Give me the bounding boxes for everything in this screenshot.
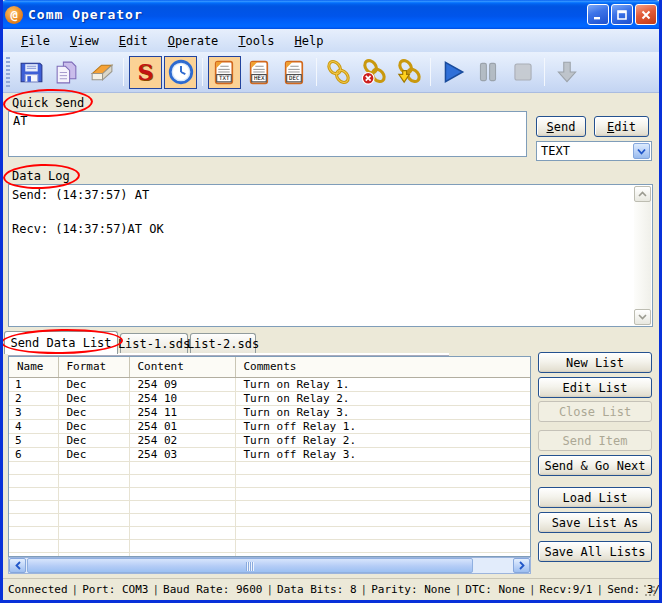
download-icon bbox=[550, 56, 583, 89]
cell-name: 4 bbox=[9, 419, 58, 433]
status-connection: Connected bbox=[8, 583, 68, 596]
titlebar[interactable]: @ Comm Operator bbox=[0, 0, 662, 29]
tab-list-2[interactable]: List-2.sds bbox=[190, 333, 256, 354]
save-all-lists-button[interactable]: Save All Lists bbox=[538, 541, 652, 562]
scrollbar-thumb[interactable] bbox=[27, 558, 473, 573]
cell-comments: Turn off Relay 1. bbox=[235, 419, 530, 433]
status-dtc: DTC: None bbox=[465, 583, 525, 596]
load-list-button[interactable]: Load List bbox=[538, 487, 652, 508]
menu-view[interactable]: View bbox=[62, 32, 107, 50]
pause-icon bbox=[471, 56, 504, 89]
menu-edit[interactable]: Edit bbox=[111, 32, 156, 50]
cell-comments: Turn on Relay 2. bbox=[235, 391, 530, 405]
status-separator: | bbox=[72, 583, 79, 596]
hex-format-icon[interactable]: HEX bbox=[243, 56, 276, 89]
table-empty-row bbox=[9, 474, 530, 487]
table-empty-row bbox=[9, 500, 530, 513]
table-row[interactable]: 3Dec254 11Turn on Relay 3. bbox=[9, 405, 530, 419]
quick-send-label: Quick Send bbox=[12, 96, 84, 110]
cell-format: Dec bbox=[58, 447, 129, 461]
close-icon bbox=[640, 9, 652, 21]
table-horizontal-scrollbar[interactable] bbox=[8, 557, 531, 574]
data-log-scrollbar[interactable] bbox=[634, 186, 651, 325]
dec-format-icon[interactable]: DEC bbox=[278, 56, 311, 89]
maximize-button[interactable] bbox=[611, 4, 633, 25]
table-row[interactable]: 6Dec254 03Turn off Relay 3. bbox=[9, 447, 530, 461]
text-format-icon[interactable]: TXT bbox=[208, 56, 241, 89]
cell-comments: Turn on Relay 3. bbox=[235, 405, 530, 419]
cell-content: 254 03 bbox=[129, 447, 235, 461]
column-header-format[interactable]: Format bbox=[58, 357, 129, 377]
toolbar-separator bbox=[123, 58, 124, 86]
table-empty-row bbox=[9, 461, 530, 474]
menu-help[interactable]: Help bbox=[287, 32, 332, 50]
edit-button[interactable]: Edit bbox=[594, 116, 649, 137]
close-button[interactable] bbox=[635, 4, 657, 25]
data-log-box[interactable]: Send: (14:37:57) AT Recv: (14:37:57)AT O… bbox=[8, 184, 653, 327]
column-header-comments[interactable]: Comments bbox=[235, 357, 530, 377]
toolbar-separator bbox=[316, 58, 317, 86]
column-header-content[interactable]: Content bbox=[129, 357, 235, 377]
tab-list-1[interactable]: List-1.sds bbox=[120, 333, 188, 354]
send-mode-value: TEXT bbox=[537, 144, 633, 158]
single-send-icon[interactable]: S bbox=[129, 56, 162, 89]
table-row[interactable]: 4Dec254 01Turn off Relay 1. bbox=[9, 419, 530, 433]
svg-text:TXT: TXT bbox=[219, 75, 230, 81]
send-item-button: Send Item bbox=[538, 430, 652, 451]
menu-tools[interactable]: Tools bbox=[230, 32, 282, 50]
cell-content: 254 11 bbox=[129, 405, 235, 419]
table-row[interactable]: 5Dec254 02Turn off Relay 2. bbox=[9, 433, 530, 447]
quick-send-input[interactable]: AT bbox=[8, 111, 527, 157]
cell-content: 254 02 bbox=[129, 433, 235, 447]
connect-icon[interactable] bbox=[322, 56, 355, 89]
column-header-name[interactable]: Name bbox=[9, 357, 58, 377]
close-list-button: Close List bbox=[538, 401, 652, 422]
app-icon: @ bbox=[5, 6, 23, 24]
table-row[interactable]: 1Dec254 09Turn on Relay 1. bbox=[9, 377, 530, 391]
eraser-icon[interactable] bbox=[85, 56, 118, 89]
cell-comments: Turn on Relay 1. bbox=[235, 377, 530, 391]
menu-operate[interactable]: Operate bbox=[160, 32, 227, 50]
cell-name: 6 bbox=[9, 447, 58, 461]
toolbar-separator bbox=[544, 58, 545, 86]
send-data-list-table[interactable]: Name Format Content Comments 1Dec254 09T… bbox=[8, 356, 531, 557]
send-button[interactable]: Send bbox=[536, 116, 586, 137]
new-list-button[interactable]: New List bbox=[538, 352, 652, 373]
play-icon[interactable] bbox=[436, 56, 469, 89]
menu-file[interactable]: File bbox=[13, 32, 58, 50]
edit-list-button[interactable]: Edit List bbox=[538, 377, 652, 398]
status-baud-rate: Baud Rate: 9600 bbox=[163, 583, 262, 596]
scroll-down-icon[interactable] bbox=[634, 309, 651, 325]
cell-name: 1 bbox=[9, 377, 58, 391]
cell-name: 5 bbox=[9, 433, 58, 447]
status-separator: | bbox=[597, 583, 604, 596]
save-list-as-button[interactable]: Save List As bbox=[538, 512, 652, 533]
cell-format: Dec bbox=[58, 405, 129, 419]
scroll-right-icon[interactable] bbox=[513, 558, 530, 573]
cell-content: 254 01 bbox=[129, 419, 235, 433]
scroll-up-icon[interactable] bbox=[634, 186, 651, 202]
status-parity: Parity: None bbox=[371, 583, 450, 596]
save-icon[interactable] bbox=[15, 56, 48, 89]
maximize-icon bbox=[616, 9, 628, 21]
table-row[interactable]: 2Dec254 10Turn on Relay 2. bbox=[9, 391, 530, 405]
scroll-left-icon[interactable] bbox=[9, 558, 26, 573]
cell-name: 2 bbox=[9, 391, 58, 405]
tab-send-data-list[interactable]: Send Data List bbox=[4, 331, 118, 354]
status-separator: | bbox=[152, 583, 159, 596]
copy-icon[interactable] bbox=[50, 56, 83, 89]
status-data-bits: Data Bits: 8 bbox=[277, 583, 356, 596]
svg-text:DEC: DEC bbox=[289, 75, 300, 81]
send-mode-select[interactable]: TEXT bbox=[536, 141, 652, 161]
status-separator: | bbox=[266, 583, 273, 596]
toolbar-grip[interactable] bbox=[6, 57, 10, 87]
minimize-button[interactable] bbox=[587, 4, 609, 25]
resize-grip[interactable] bbox=[644, 585, 657, 598]
timer-icon[interactable] bbox=[164, 56, 197, 89]
stop-icon bbox=[506, 56, 539, 89]
disconnect-icon[interactable] bbox=[357, 56, 390, 89]
reconnect-icon[interactable] bbox=[392, 56, 425, 89]
chevron-down-icon[interactable] bbox=[633, 143, 650, 159]
send-and-go-next-button[interactable]: Send & Go Next bbox=[538, 455, 652, 476]
table-empty-row bbox=[9, 513, 530, 526]
